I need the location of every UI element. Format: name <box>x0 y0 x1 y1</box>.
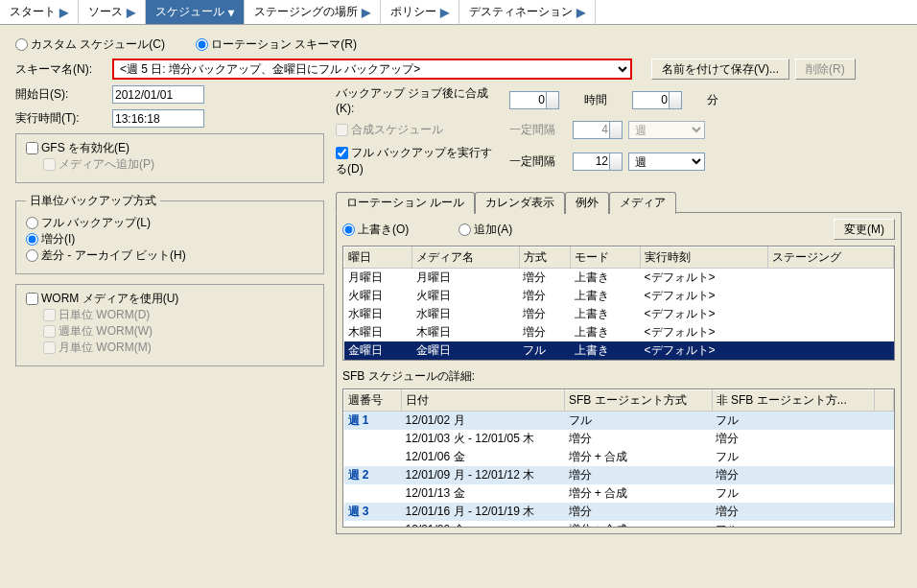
wizard-step-source[interactable]: ソース▶ <box>79 0 146 24</box>
worm-use-checkbox[interactable]: WORM メディアを使用(U) <box>26 292 178 305</box>
table-row[interactable]: 12/01/20 金増分 + 合成フル <box>344 521 894 528</box>
col-non-sfb-agent[interactable]: 非 SFB エージェント方... <box>712 390 874 412</box>
compose-schedule-checkbox: 合成スケジュール <box>336 122 504 138</box>
change-button[interactable]: 変更(M) <box>834 219 895 240</box>
run-full-checkbox[interactable]: フル バックアップを実行する(D) <box>336 145 504 177</box>
col-time[interactable]: 実行時刻 <box>641 247 768 269</box>
sfb-title: SFB スケジュールの詳細: <box>342 368 895 385</box>
col-day[interactable]: 曜日 <box>344 247 412 269</box>
start-date-label: 開始日(S): <box>15 86 106 103</box>
wizard-step-staging[interactable]: ステージングの場所▶ <box>245 0 381 24</box>
compose-interval-stepper: 4 <box>573 121 623 139</box>
daily-method-group: 日単位バックアップ方式 フル バックアップ(L) 増分(I) 差分 - アーカイ… <box>15 193 324 274</box>
table-row[interactable]: 週 112/01/02 月フルフル <box>344 412 894 431</box>
worm-group: WORM メディアを使用(U) 日単位 WORM(D) 週単位 WORM(W) … <box>15 284 324 366</box>
chevron-right-icon: ▶ <box>127 6 135 19</box>
worm-week-checkbox: 週単位 WORM(W) <box>43 324 153 338</box>
chevron-down-icon: ▾ <box>228 6 234 19</box>
append-radio[interactable]: 追加(A) <box>458 222 512 238</box>
table-row[interactable]: 12/01/13 金増分 + 合成フル <box>344 484 894 503</box>
chevron-right-icon: ▶ <box>362 6 370 19</box>
compose-hours-stepper[interactable]: 0 <box>509 91 559 109</box>
table-row[interactable]: 月曜日月曜日増分上書き<デフォルト> <box>344 269 894 288</box>
delete-button: 削除(R) <box>795 59 856 80</box>
table-row[interactable]: 火曜日火曜日増分上書き<デフォルト> <box>344 287 894 305</box>
col-spacer <box>875 390 894 412</box>
col-date[interactable]: 日付 <box>402 390 565 412</box>
full-interval-stepper[interactable]: 12 <box>573 153 623 171</box>
table-row[interactable]: 木曜日木曜日増分上書き<デフォルト> <box>344 323 894 341</box>
wizard-step-policy[interactable]: ポリシー▶ <box>381 0 459 24</box>
table-row[interactable]: 週 312/01/16 月 - 12/01/19 木増分増分 <box>344 503 894 521</box>
gfs-enable-checkbox[interactable]: GFS を有効化(E) <box>26 141 129 154</box>
full-unit-select[interactable]: 週 <box>628 153 705 171</box>
hours-label: 時間 <box>584 92 607 108</box>
fixed-interval-label-1: 一定間隔 <box>509 122 567 138</box>
compose-after-label: バックアップ ジョブ後に合成(K): <box>336 85 504 115</box>
col-media[interactable]: メディア名 <box>412 247 520 269</box>
schema-name-label: スキーマ名(N): <box>15 61 106 78</box>
wizard-step-destination[interactable]: デスティネーション▶ <box>459 0 596 24</box>
inner-tabs: ローテーション ルール カレンダ表示 例外 メディア <box>336 191 902 213</box>
gfs-add-media-checkbox: メディアへ追加(P) <box>43 157 154 171</box>
tab-exception[interactable]: 例外 <box>565 192 609 214</box>
daily-method-legend: 日単位バックアップ方式 <box>26 193 160 209</box>
worm-day-checkbox: 日単位 WORM(D) <box>43 308 150 321</box>
col-type[interactable]: 方式 <box>519 247 570 269</box>
method-incremental-radio[interactable]: 増分(I) <box>26 232 75 246</box>
method-differential-radio[interactable]: 差分 - アーカイブ ビット(H) <box>26 248 186 262</box>
wizard-nav: スタート▶ ソース▶ スケジュール▾ ステージングの場所▶ ポリシー▶ デスティ… <box>0 0 917 25</box>
table-row[interactable]: 12/01/06 金増分 + 合成フル <box>344 448 894 466</box>
col-sfb-agent[interactable]: SFB エージェント方式 <box>565 390 713 412</box>
custom-schedule-radio[interactable]: カスタム スケジュール(C) <box>15 36 165 53</box>
schema-name-select[interactable]: <週 5 日: 増分バックアップ、金曜日にフル バックアップ> <box>112 59 632 80</box>
table-row[interactable]: 12/01/03 火 - 12/01/05 木増分増分 <box>344 430 894 448</box>
chevron-right-icon: ▶ <box>440 6 449 19</box>
fixed-interval-label-2: 一定間隔 <box>509 153 567 170</box>
tab-calendar[interactable]: カレンダ表示 <box>475 192 565 214</box>
col-week[interactable]: 週番号 <box>344 390 402 412</box>
tab-media[interactable]: メディア <box>609 192 676 214</box>
overwrite-radio[interactable]: 上書き(O) <box>342 222 409 238</box>
sfb-grid[interactable]: 週番号 日付 SFB エージェント方式 非 SFB エージェント方... 週 1… <box>342 388 895 528</box>
compose-unit-select: 週 <box>628 121 705 139</box>
method-full-radio[interactable]: フル バックアップ(L) <box>26 216 151 229</box>
chevron-right-icon: ▶ <box>576 6 585 19</box>
col-mode[interactable]: モード <box>571 247 641 269</box>
schedule-type-radios: カスタム スケジュール(C) ローテーション スキーマ(R) <box>15 36 902 53</box>
table-row[interactable]: 水曜日水曜日増分上書き<デフォルト> <box>344 305 894 323</box>
save-as-button[interactable]: 名前を付けて保存(V)... <box>651 59 789 80</box>
wizard-step-start[interactable]: スタート▶ <box>0 0 79 24</box>
start-date-field[interactable] <box>112 85 204 104</box>
exec-time-label: 実行時間(T): <box>15 110 106 127</box>
gfs-group: GFS を有効化(E) メディアへ追加(P) <box>15 133 324 183</box>
table-row[interactable]: 週 212/01/09 月 - 12/01/12 木増分増分 <box>344 466 894 484</box>
table-row[interactable]: 金曜日金曜日フル上書き<デフォルト> <box>344 341 894 360</box>
exec-time-field[interactable] <box>112 109 204 128</box>
col-staging[interactable]: ステージング <box>767 247 893 269</box>
rotation-schema-radio[interactable]: ローテーション スキーマ(R) <box>196 36 357 53</box>
minutes-label: 分 <box>707 92 718 108</box>
chevron-right-icon: ▶ <box>59 6 68 19</box>
compose-minutes-stepper[interactable]: 0 <box>632 91 682 109</box>
worm-month-checkbox: 月単位 WORM(M) <box>43 341 152 354</box>
tab-rotation-rule[interactable]: ローテーション ルール <box>336 192 475 214</box>
rotation-grid[interactable]: 曜日 メディア名 方式 モード 実行時刻 ステージング 月曜日月曜日増分上書き<… <box>342 246 895 361</box>
wizard-step-schedule[interactable]: スケジュール▾ <box>146 0 245 24</box>
